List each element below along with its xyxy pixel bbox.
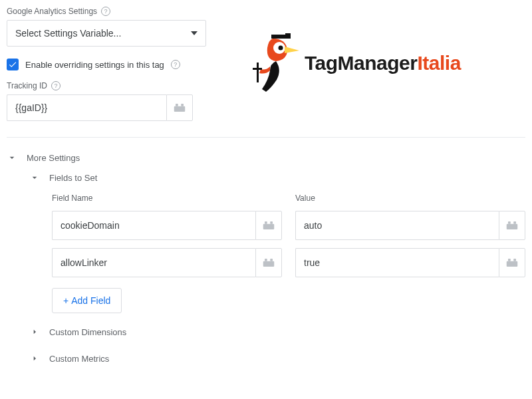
- help-icon[interactable]: ?: [51, 81, 61, 90]
- divider: [7, 137, 525, 138]
- variable-picker-button[interactable]: [166, 94, 193, 121]
- brick-icon: [506, 221, 518, 230]
- custom-dimensions-toggle[interactable]: Custom Dimensions: [29, 319, 525, 345]
- override-settings-checkbox[interactable]: [7, 59, 19, 70]
- svg-rect-20: [513, 259, 516, 261]
- ga-settings-label: Google Analytics Settings: [7, 7, 97, 16]
- svg-rect-19: [508, 259, 511, 261]
- field-row: [52, 211, 525, 240]
- svg-rect-13: [508, 221, 511, 224]
- settings-variable-select[interactable]: Select Settings Variable...: [7, 20, 206, 47]
- field-value-input[interactable]: [295, 248, 499, 277]
- svg-point-6: [279, 46, 283, 51]
- override-label: Enable overriding settings in this tag: [25, 60, 164, 70]
- svg-rect-7: [257, 63, 259, 82]
- field-row: [52, 248, 525, 277]
- add-field-label: Add Field: [71, 295, 110, 306]
- help-icon[interactable]: ?: [101, 7, 110, 16]
- chevron-down-icon: [7, 152, 17, 163]
- svg-rect-0: [174, 106, 186, 112]
- fields-to-set-title: Fields to Set: [49, 173, 97, 183]
- tracking-id-input[interactable]: [7, 94, 166, 121]
- svg-rect-8: [253, 68, 262, 70]
- svg-rect-16: [265, 259, 267, 261]
- svg-rect-14: [513, 221, 516, 224]
- field-value-input[interactable]: [295, 211, 499, 240]
- svg-rect-12: [507, 224, 518, 229]
- field-name-header: Field Name: [52, 194, 282, 203]
- field-name-input[interactable]: [52, 248, 255, 277]
- svg-rect-15: [263, 261, 275, 267]
- plus-icon: +: [63, 295, 68, 306]
- svg-rect-1: [176, 104, 178, 106]
- custom-metrics-toggle[interactable]: Custom Metrics: [29, 345, 525, 372]
- brick-icon: [174, 103, 186, 112]
- select-placeholder-text: Select Settings Variable...: [15, 28, 121, 39]
- more-settings-toggle[interactable]: More Settings: [7, 147, 525, 168]
- svg-rect-11: [270, 221, 273, 224]
- woodpecker-icon: [253, 33, 299, 93]
- brick-icon: [263, 221, 275, 230]
- svg-rect-17: [270, 259, 273, 261]
- variable-picker-button[interactable]: [255, 211, 282, 240]
- brick-icon: [506, 258, 518, 267]
- brick-icon: [263, 258, 275, 267]
- svg-rect-2: [181, 104, 184, 106]
- custom-dimensions-title: Custom Dimensions: [49, 327, 126, 337]
- more-settings-title: More Settings: [27, 153, 80, 163]
- brand-accent: Italia: [417, 52, 460, 74]
- chevron-down-icon: [29, 172, 40, 183]
- svg-rect-18: [507, 261, 518, 267]
- svg-rect-4: [285, 33, 291, 39]
- svg-rect-10: [265, 221, 267, 224]
- value-header: Value: [295, 194, 525, 203]
- tracking-id-label: Tracking ID: [7, 81, 47, 90]
- brand-logo: TagManagerItalia: [246, 7, 525, 93]
- fields-to-set-toggle[interactable]: Fields to Set: [29, 168, 525, 187]
- custom-metrics-title: Custom Metrics: [49, 354, 109, 364]
- variable-picker-button[interactable]: [499, 248, 525, 277]
- variable-picker-button[interactable]: [255, 248, 282, 277]
- brand-text: TagManagerItalia: [305, 52, 461, 74]
- check-icon: [8, 60, 17, 69]
- chevron-right-icon: [29, 327, 40, 337]
- help-icon[interactable]: ?: [171, 60, 180, 69]
- variable-picker-button[interactable]: [499, 211, 525, 240]
- brand-main: TagManager: [305, 52, 417, 74]
- field-name-input[interactable]: [52, 211, 255, 240]
- chevron-right-icon: [29, 353, 40, 364]
- svg-rect-9: [263, 224, 275, 229]
- chevron-down-icon: [191, 31, 198, 35]
- add-field-button[interactable]: + Add Field: [52, 288, 122, 313]
